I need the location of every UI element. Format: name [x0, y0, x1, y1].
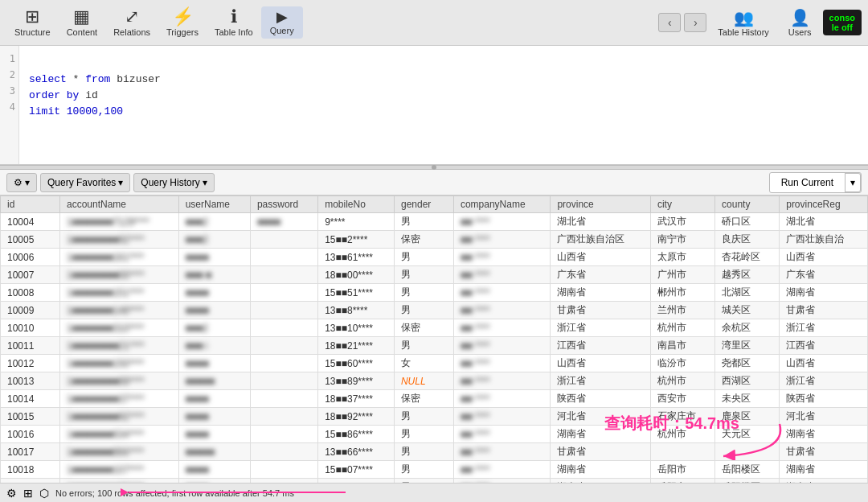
run-dropdown-button[interactable]: ▾: [845, 173, 861, 192]
progress-arrow: [121, 483, 362, 502]
table-cell: [250, 249, 317, 266]
nav-forward-button[interactable]: ›: [684, 13, 706, 32]
table-cell: 甘肃省: [551, 302, 651, 319]
toolbar-structure[interactable]: ⊞ Structure: [6, 5, 59, 40]
table-cell: 男: [394, 408, 453, 426]
table-row[interactable]: 100051■■■■■■■■92****■■■215■■2****保密■■ **…: [1, 231, 868, 249]
table-row[interactable]: 100161■■■■■■■634****■■■■15■■86****男■■ **…: [1, 426, 868, 443]
table-row[interactable]: 100131■■■■■■■■89****■■■■■13■■89****NULL■…: [1, 372, 868, 390]
table-cell: 18■■92****: [318, 408, 395, 426]
table-cell: 男: [394, 266, 453, 284]
toolbar-triggers[interactable]: ⚡ Triggers: [158, 5, 207, 40]
table-cell: 岳阳楼区: [715, 461, 780, 479]
table-cell: [250, 319, 317, 337]
toolbar-content[interactable]: ▦ Content: [59, 5, 106, 40]
table-cell: 陕西省: [780, 390, 868, 408]
toolbar-query[interactable]: ▶ Query: [261, 6, 303, 39]
col-id: id: [1, 196, 60, 213]
table-cell: 10005: [1, 231, 60, 249]
table-header-row: id accountName userName password mobileN…: [1, 196, 868, 213]
query-history-label: Query History: [141, 177, 199, 188]
table-cell: 18■■00****: [318, 266, 395, 284]
toolbar: ⊞ Structure ▦ Content ⤢ Relations ⚡ Trig…: [0, 0, 868, 46]
table-cell: 浙江省: [551, 319, 651, 337]
table-cell: 西湖区: [715, 372, 780, 390]
col-province: province: [551, 196, 651, 213]
table-cell: 河北省: [551, 408, 651, 426]
table-cell: ■■■■: [178, 249, 250, 266]
table-cell: ■■■■■: [178, 443, 250, 461]
table-cell: 18■■21****: [318, 337, 395, 355]
toolbar-query-label: Query: [270, 26, 294, 35]
main-content: id accountName userName password mobileN…: [0, 195, 868, 483]
query-favorites-button[interactable]: Query Favorites ▾: [40, 173, 130, 192]
content-icon: ▦: [73, 8, 90, 26]
table-row[interactable]: 100091■■■■■■■148****■■■■13■■8****男■■ ***…: [1, 302, 868, 319]
table-history-label: Table History: [718, 27, 769, 37]
table-cell: ■■ ****: [453, 461, 550, 479]
table-row[interactable]: 100081■■■■■■■151****■■■■15■■51****男■■ **…: [1, 284, 868, 302]
table-row[interactable]: 100101■■■■■■■310****■■■213■■10****保密■■ *…: [1, 319, 868, 337]
table-cell: 10006: [1, 249, 60, 266]
table-cell: 10012: [1, 355, 60, 372]
settings-button[interactable]: ⚙ ▾: [6, 173, 37, 192]
toolbar-structure-label: Structure: [14, 27, 51, 37]
table-row[interactable]: 100171■■■■■■■866****■■■■■13■■66****男■■ *…: [1, 443, 868, 461]
console-label2: le off: [832, 23, 853, 32]
table-cell: 1■■■■■■■■21****: [59, 337, 178, 355]
toolbar-console[interactable]: conso le off: [823, 10, 862, 35]
table-cell: 保密: [394, 319, 453, 337]
col-username: userName: [178, 196, 250, 213]
table-cell: 15■■07****: [318, 461, 395, 479]
toolbar-relations[interactable]: ⤢ Relations: [105, 5, 158, 40]
run-button-group: Run Current ▾: [769, 172, 862, 193]
status-export-icon[interactable]: ⬡: [39, 487, 49, 500]
table-cell: [650, 443, 714, 461]
table-row[interactable]: 100061■■■■■■■161****■■■■13■■61****男■■ **…: [1, 249, 868, 266]
table-cell: 1■■■■■■■148****: [59, 302, 178, 319]
table-cell: 1■■■■■■■150****: [59, 355, 178, 372]
table-cell: 湖北省: [780, 213, 868, 231]
run-current-button[interactable]: Run Current: [770, 173, 845, 192]
table-cell: 广西壮族自治: [780, 231, 868, 249]
table-cell: ■■ ****: [453, 213, 550, 231]
table-row[interactable]: 100181■■■■■■■107****■■■■15■■07****男■■ **…: [1, 461, 868, 479]
table-cell: 湖南省: [780, 461, 868, 479]
toolbar-table-history[interactable]: 👥 Table History: [710, 5, 777, 40]
table-cell: 南昌市: [650, 337, 714, 355]
nav-back-button[interactable]: ‹: [658, 13, 681, 32]
table-cell: 男: [394, 302, 453, 319]
table-cell: ■■ ****: [453, 284, 550, 302]
table-row[interactable]: 100111■■■■■■■■21****■■■ i18■■21****男■■ *…: [1, 337, 868, 355]
table-cell: [250, 408, 317, 426]
table-cell: ■■■2: [178, 213, 250, 231]
table-cell: 13■■89****: [318, 372, 395, 390]
toolbar-tableinfo[interactable]: ℹ Table Info: [207, 5, 261, 40]
table-row[interactable]: 100141■■■■■■■■37****■■■■18■■37****保密■■ *…: [1, 390, 868, 408]
col-companyname: companyName: [453, 196, 550, 213]
status-settings-icon[interactable]: ⚙: [6, 487, 17, 500]
query-history-button[interactable]: Query History ▾: [133, 173, 214, 192]
table-cell: 10009: [1, 302, 60, 319]
table-cell: 湖南省: [551, 461, 651, 479]
data-table-container[interactable]: id accountName userName password mobileN…: [0, 195, 868, 483]
table-cell: 10016: [1, 426, 60, 443]
table-row[interactable]: 100151■■■■■■■■92****■■■■18■■92****男■■ **…: [1, 408, 868, 426]
toolbar-users[interactable]: 👤 Users: [780, 5, 820, 40]
table-cell: 湖北省: [551, 213, 651, 231]
data-table: id accountName userName password mobileN…: [0, 195, 868, 483]
table-cell: ■■ ****: [453, 302, 550, 319]
status-gear-icon[interactable]: ⊞: [23, 487, 33, 500]
table-row[interactable]: 100121■■■■■■■150****■■■■15■■60****女■■ **…: [1, 355, 868, 372]
table-cell: 湖南省: [551, 426, 651, 443]
users-label: Users: [788, 27, 812, 37]
table-row[interactable]: 100071■■■■■■■■00****■■■ ■18■■00****男■■ *…: [1, 266, 868, 284]
table-cell: [250, 302, 317, 319]
users-icon: 👤: [790, 8, 810, 27]
table-row[interactable]: 100041■■■■■■■7129****■■■2■■■■9****男■■ **…: [1, 213, 868, 231]
table-cell: ■■■■: [178, 355, 250, 372]
col-provincereg: provinceReg: [780, 196, 868, 213]
table-cell: 男: [394, 337, 453, 355]
code-area[interactable]: select * from bizuser order by id limit …: [23, 51, 868, 125]
table-cell: 1■■■■■■■■92****: [59, 408, 178, 426]
